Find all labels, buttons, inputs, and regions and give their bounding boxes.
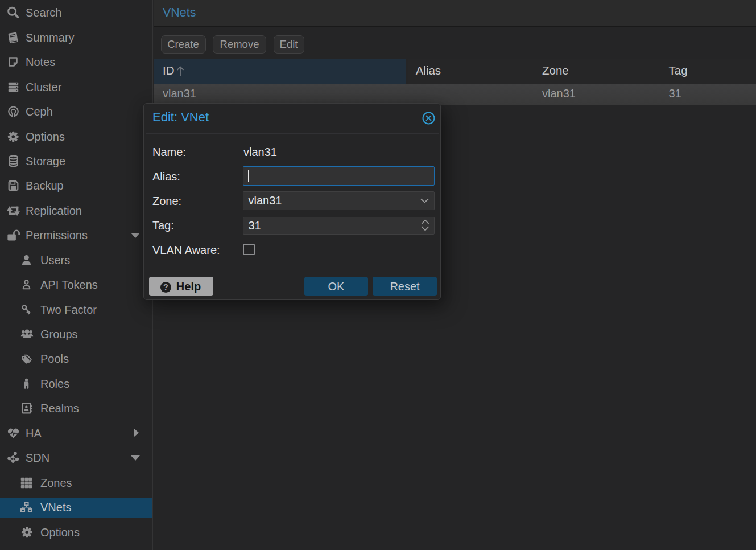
svg-text:?: ?: [163, 282, 168, 292]
